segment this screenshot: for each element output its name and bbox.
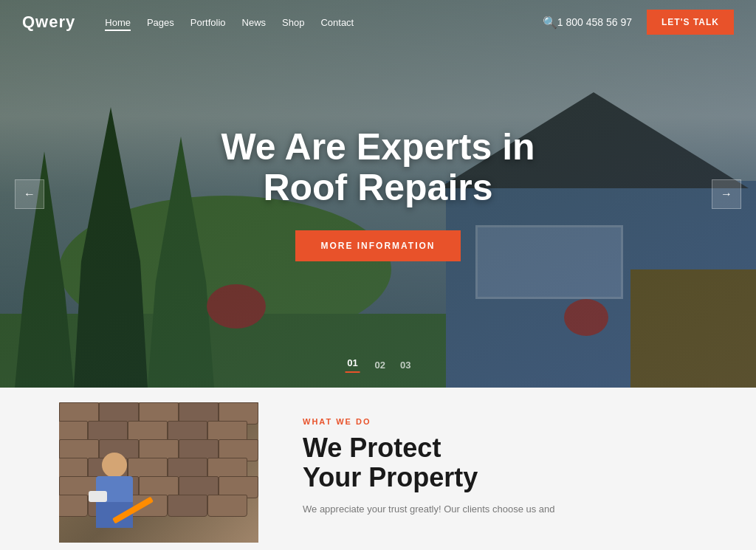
lets-talk-button[interactable]: LET'S TALK	[647, 10, 734, 35]
hero-content: We Are Experts in Roof Repairs MORE INFO…	[157, 127, 599, 261]
slider-dot-1[interactable]: 01	[346, 357, 360, 373]
nav-item-shop[interactable]: Shop	[282, 16, 304, 29]
nav-links: Home Pages Portfolio News Shop Contact	[105, 16, 543, 29]
bottom-section: WHAT WE DO We Protect Your Property We a…	[0, 388, 756, 550]
worker-figure	[81, 439, 170, 528]
hero-title: We Are Experts in Roof Repairs	[157, 127, 599, 208]
slider-dot-2[interactable]: 02	[375, 360, 385, 371]
worker-head	[102, 453, 127, 478]
bottom-text: WHAT WE DO We Protect Your Property We a…	[303, 410, 697, 518]
slider-arrow-left[interactable]: ←	[15, 179, 44, 209]
search-icon[interactable]: 🔍	[543, 16, 557, 30]
logo[interactable]: Qwery	[22, 13, 75, 32]
protect-description: We appreciate your trust greatly! Our cl…	[303, 502, 697, 518]
slider-dots: 01 02 03	[346, 357, 411, 373]
nav-item-contact[interactable]: Contact	[320, 16, 354, 29]
worker-image	[59, 402, 258, 543]
nav-item-home[interactable]: Home	[105, 16, 131, 29]
slider-dot-3[interactable]: 03	[400, 360, 410, 371]
nav-item-news[interactable]: News	[242, 16, 267, 29]
navbar: Qwery Home Pages Portfolio News Shop Con…	[0, 0, 756, 44]
slider-arrow-right[interactable]: →	[712, 179, 741, 209]
more-info-button[interactable]: MORE INFORMATION	[295, 230, 460, 261]
protect-title: We Protect Your Property	[303, 433, 697, 492]
nav-item-portfolio[interactable]: Portfolio	[190, 16, 226, 29]
phone-number: 1 800 458 56 97	[557, 16, 632, 28]
nav-item-pages[interactable]: Pages	[147, 16, 174, 29]
worker-gloves	[89, 491, 107, 502]
hero-section: We Are Experts in Roof Repairs MORE INFO…	[0, 0, 756, 388]
what-we-do-label: WHAT WE DO	[303, 417, 697, 426]
